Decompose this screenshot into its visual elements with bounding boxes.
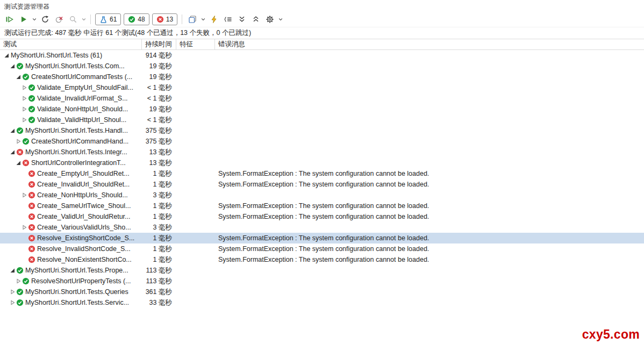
test-row[interactable]: MyShortUri.ShortUrl.Tests.Handl... 375 毫… [0, 125, 644, 136]
test-row[interactable]: Resolve_NonExistentShortCo... 1 毫秒 Syste… [0, 254, 644, 265]
hierarchy-options-button[interactable] [221, 13, 234, 26]
expander-icon[interactable] [9, 268, 16, 273]
total-tests-filter-button[interactable]: 61 [95, 13, 121, 25]
run-all-tests-button[interactable] [3, 13, 16, 26]
test-state-icon [27, 116, 36, 124]
expander-icon[interactable] [21, 96, 27, 101]
column-header-test[interactable]: 测试 [0, 39, 142, 49]
test-error: System.FormatException : The system conf… [215, 179, 644, 190]
test-row[interactable]: Resolve_ExistingShortCode_S... 1 毫秒 Syst… [0, 233, 644, 243]
tree-indent [0, 77, 15, 77]
test-row[interactable]: Validate_ValidHttpUrl_Shoul... < 1 毫秒 [0, 114, 644, 125]
test-name: Validate_InvalidUrlFormat_S... [37, 95, 128, 102]
expander-icon[interactable] [21, 192, 27, 198]
failed-icon [156, 16, 164, 23]
test-row[interactable]: ResolveShortUrlPropertyTests (... 113 毫秒 [0, 276, 644, 286]
expand-all-button[interactable] [235, 13, 248, 26]
test-traits [176, 93, 215, 104]
test-row[interactable]: Resolve_InvalidShortCode_S... 1 毫秒 Syste… [0, 243, 644, 254]
test-name: Validate_NonHttpUrl_Should... [37, 105, 128, 113]
group-by-button[interactable] [185, 13, 199, 26]
chevron-down-icon [278, 17, 283, 22]
expander-icon[interactable] [3, 53, 10, 58]
expander-icon[interactable] [9, 128, 16, 133]
test-row[interactable]: Create_ValidUrl_ShouldRetur... 1 毫秒 Syst… [0, 211, 644, 222]
test-row[interactable]: Validate_EmptyUrl_ShouldFail... < 1 毫秒 [0, 82, 644, 93]
test-duration: 13 毫秒 [142, 147, 176, 157]
test-row[interactable]: Create_InvalidUrl_ShouldRet... 1 毫秒 Syst… [0, 179, 644, 190]
expander-icon[interactable] [21, 117, 27, 123]
column-header-traits[interactable]: 特征 [176, 39, 215, 49]
panel-titlebar: 测试资源管理器 [0, 0, 644, 12]
tree-indent [0, 163, 15, 163]
run-dropdown-button[interactable] [31, 13, 38, 26]
cancel-run-button[interactable] [52, 13, 66, 26]
test-row[interactable]: CreateShortUrlCommandHand... 375 毫秒 [0, 136, 644, 147]
expander-icon[interactable] [21, 225, 27, 230]
test-error [215, 190, 644, 200]
test-row[interactable]: MyShortUri.ShortUrl.Tests (61) 914 毫秒 [0, 50, 644, 61]
test-row[interactable]: ShortUrlControllerIntegrationT... 13 毫秒 [0, 157, 644, 168]
column-header-duration[interactable]: 持续时间 [142, 39, 176, 49]
test-traits [176, 157, 215, 168]
expander-icon[interactable] [9, 149, 16, 155]
test-state-icon [27, 84, 36, 91]
test-cell: Create_EmptyUrl_ShouldRet... [0, 168, 142, 179]
test-duration: < 1 毫秒 [142, 93, 176, 104]
test-name: MyShortUri.ShortUrl.Tests.Handl... [25, 127, 128, 134]
test-row[interactable]: Validate_InvalidUrlFormat_S... < 1 毫秒 [0, 93, 644, 104]
tree-indent [0, 217, 21, 217]
expander-icon[interactable] [15, 74, 22, 80]
test-cell: Create_InvalidUrl_ShouldRet... [0, 179, 142, 190]
test-state-icon [27, 224, 36, 231]
test-row[interactable]: Validate_NonHttpUrl_Should... 19 毫秒 [0, 104, 644, 114]
expander-icon[interactable] [15, 278, 22, 284]
test-name: Create_NonHttpUrls_Should... [37, 191, 128, 199]
run-button[interactable] [17, 13, 30, 26]
test-error [215, 297, 644, 308]
test-row[interactable]: MyShortUri.ShortUrl.Tests.Servic... 33 毫… [0, 297, 644, 308]
test-name: Validate_ValidHttpUrl_Shoul... [37, 116, 126, 124]
test-row[interactable]: CreateShortUrlCommandTests (... 19 毫秒 [0, 71, 644, 82]
expander-icon[interactable] [21, 106, 27, 112]
test-row[interactable]: MyShortUri.ShortUrl.Tests.Com... 19 毫秒 [0, 61, 644, 71]
failed-tests-filter-button[interactable]: 13 [152, 13, 177, 25]
repeat-last-run-button[interactable] [38, 13, 52, 26]
test-traits [176, 200, 215, 211]
passed-icon [128, 16, 135, 23]
run-after-build-button[interactable] [207, 13, 220, 26]
expander-icon[interactable] [21, 85, 27, 90]
settings-button[interactable] [263, 13, 276, 26]
settings-dropdown-button[interactable] [277, 13, 284, 26]
test-row[interactable]: MyShortUri.ShortUrl.Tests.Prope... 113 毫… [0, 265, 644, 276]
collapse-all-button[interactable] [249, 13, 262, 26]
test-error [215, 71, 644, 82]
passed-tests-filter-button[interactable]: 48 [124, 13, 149, 25]
test-state-icon [16, 127, 24, 134]
panel-title: 测试资源管理器 [4, 2, 49, 11]
playlist-dropdown-button[interactable] [80, 13, 87, 26]
toolbar-separator [182, 15, 182, 24]
column-header-error[interactable]: 错误消息 [215, 39, 644, 49]
expander-icon[interactable] [9, 300, 16, 305]
test-traits [176, 125, 215, 136]
test-row[interactable]: Create_SameUrlTwice_Shoul... 1 毫秒 System… [0, 200, 644, 211]
test-state-icon [16, 148, 24, 156]
test-duration: 1 毫秒 [142, 200, 176, 211]
test-row[interactable]: Create_EmptyUrl_ShouldRet... 1 毫秒 System… [0, 168, 644, 179]
expander-icon[interactable] [15, 139, 22, 144]
expander-icon[interactable] [15, 160, 22, 166]
test-cell: MyShortUri.ShortUrl.Tests.Integr... [0, 147, 142, 157]
expander-icon[interactable] [9, 289, 16, 295]
playlist-filter-button[interactable] [66, 13, 80, 26]
test-error: System.FormatException : The system conf… [215, 168, 644, 179]
test-row[interactable]: Create_VariousValidUrls_Sho... 3 毫秒 [0, 222, 644, 233]
test-cell: Create_VariousValidUrls_Sho... [0, 222, 142, 233]
expander-icon[interactable] [9, 63, 16, 69]
group-by-dropdown-button[interactable] [199, 13, 206, 26]
test-row[interactable]: Create_NonHttpUrls_Should... 3 毫秒 [0, 190, 644, 200]
test-state-icon [27, 95, 36, 102]
test-cell: Validate_ValidHttpUrl_Shoul... [0, 114, 142, 125]
test-row[interactable]: MyShortUri.ShortUrl.Tests.Queries 361 毫秒 [0, 286, 644, 297]
test-row[interactable]: MyShortUri.ShortUrl.Tests.Integr... 13 毫… [0, 147, 644, 157]
